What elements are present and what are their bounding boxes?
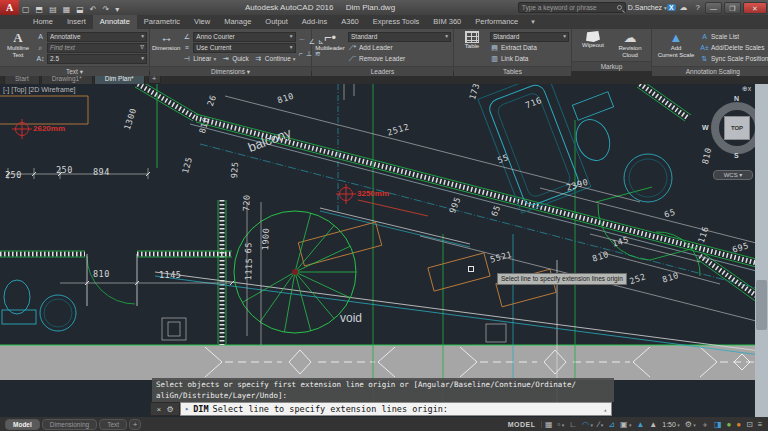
viewport-controls[interactable]: [-][Top][2D Wireframe] [3,86,77,93]
viewcube-west[interactable]: W [702,124,709,131]
viewport-visual-style-control[interactable]: [2D Wireframe] [28,86,75,93]
new-file-icon[interactable]: ▢ [19,5,33,14]
find-text-input[interactable]: Find text∇ [47,43,147,53]
text-height-dropdown[interactable]: 2.5▾ [47,54,147,64]
close-button[interactable]: ✕ [743,2,767,14]
dimension-button[interactable]: ↔ Dimension [152,30,180,65]
dimension-tool-icon[interactable]: ⌐ [299,50,303,58]
ribbon-tab-bim-360[interactable]: BIM 360 [426,15,468,29]
isolate-objects-icon[interactable]: ● [724,420,734,429]
model-space-label[interactable]: MODEL [502,421,543,428]
wipeout-button[interactable]: Wipeout [577,30,609,60]
object-snap-tracking-icon[interactable]: ⊿ [606,420,618,429]
workspace-icon[interactable]: ⚙ ▾ [682,420,698,429]
annotation-monitor-icon[interactable]: ＋ [698,419,711,430]
revision-cloud-button[interactable]: ☁ Revision Cloud [614,30,646,60]
redo-icon[interactable]: ↷ [100,5,113,14]
save-as-icon[interactable]: ▦ [60,5,74,14]
annotation-visibility-icon[interactable]: ▲ [634,420,647,429]
exchange-apps-icon[interactable]: X [667,4,676,11]
scrollbar-thumb[interactable] [756,280,767,330]
isometric-drafting-icon[interactable]: ∕ ▾ [596,420,606,429]
text-style-dropdown[interactable]: Annotative▾ [47,32,147,42]
linear-dim-button[interactable]: ⊣ Linear▾ [182,55,216,63]
dim-layer-dropdown[interactable]: Use Current▾ [193,43,295,53]
add-leader-button[interactable]: Add Leader [359,44,393,51]
leader-style-dropdown[interactable]: Standard▾ [348,32,451,42]
object-snap-icon[interactable]: ▣ ▾ [617,420,633,429]
viewcube-north[interactable]: N [734,95,739,102]
graphics-performance-icon[interactable]: ● [734,420,744,429]
panel-title-leaders[interactable]: Leaders [312,66,453,76]
remove-leader-button[interactable]: Remove Leader [359,55,405,62]
viewcube-top-face[interactable]: TOP [724,116,750,140]
clean-screen-icon[interactable]: ⊡ [744,420,756,429]
table-button[interactable]: Table [456,30,488,65]
ribbon-tab-home[interactable]: Home [26,15,60,29]
dim-style-dropdown[interactable]: Anno Courier▾ [193,32,295,42]
ribbon-display-toggle[interactable]: ▾ [531,15,535,29]
minimize-button[interactable]: — [705,2,722,14]
help-button[interactable]: ? [692,3,704,12]
ribbon-tab-express-tools[interactable]: Express Tools [366,15,427,29]
maximize-button[interactable]: ❐ [724,2,741,14]
undo-icon[interactable]: ↶ [87,5,100,14]
command-customize-icon[interactable]: ⚙ [166,405,173,414]
ribbon-tab-manage[interactable]: Manage [217,15,258,29]
layout-tab-model[interactable]: Model [5,419,40,430]
viewcube-south[interactable]: S [734,152,739,159]
multiline-text-button[interactable]: A Multiline Text [2,30,34,65]
annotation-scale-icon[interactable]: 1:50 ▾ [660,420,683,429]
command-expand-icon[interactable]: ▴ [603,406,607,413]
command-close-icon[interactable]: × [156,405,161,414]
quick-properties-icon[interactable]: ◨ [711,420,724,429]
new-layout-button[interactable]: + [129,419,141,430]
dimension-tool-icon[interactable]: ⌒ [299,38,306,48]
cloud-icon[interactable]: ☁ [676,3,692,12]
ortho-icon[interactable]: ∟ [567,420,580,429]
ribbon-tab-add-ins[interactable]: Add-ins [295,15,334,29]
command-input[interactable]: ▸ DIM Select line to specify extension l… [180,402,612,416]
viewport-view-control[interactable]: [Top] [11,86,26,93]
ribbon-tab-insert[interactable]: Insert [60,15,93,29]
dimension-tool-icon[interactable]: ⊥ [306,50,312,58]
qat-customize-icon[interactable]: ▾ [112,5,122,14]
polar-tracking-icon[interactable]: ◠ ▾ [580,420,596,429]
add-delete-scales-button[interactable]: Add/Delete Scales [711,44,764,51]
panel-title-text[interactable]: Text ▾ [0,66,149,76]
drawing-canvas[interactable]: [-][Top][2D Wireframe] balcony void Sele… [0,84,768,417]
grid-icon[interactable]: ▦ [542,420,555,429]
multileader-button[interactable]: ⌐• Multileader [314,30,346,65]
panel-title-tables[interactable]: Tables [454,66,571,76]
sync-scale-positions-button[interactable]: Sync Scale Positions [711,55,768,62]
layout-tab-text[interactable]: Text [99,419,127,430]
autoscale-icon[interactable]: ▲ [647,420,660,429]
ribbon-tab-parametric[interactable]: Parametric [137,15,187,29]
scale-list-button[interactable]: Scale List [711,33,739,40]
ribbon-tab-annotate[interactable]: Annotate [93,15,137,29]
ribbon-tab-view[interactable]: View [187,15,217,29]
help-search-input[interactable]: Type a keyword or phrase [518,2,626,13]
open-file-icon[interactable]: ⬒ [33,5,47,14]
layout-tab-dimensioning[interactable]: Dimensioning [42,419,97,430]
continue-dim-button[interactable]: ⇉ Continue▾ [254,55,296,63]
command-bar[interactable]: × ⚙ ▸ DIM Select line to specify extensi… [150,402,612,416]
snap-mode-icon[interactable]: ▫ ▾ [555,420,567,429]
panel-title-dimensions[interactable]: Dimensions ▾ [150,66,311,76]
extract-data-button[interactable]: Extract Data [501,44,537,51]
ribbon-tab-a360[interactable]: A360 [334,15,366,29]
plot-icon[interactable]: ⬓ [73,5,87,14]
viewport-minus-control[interactable]: [-] [3,86,9,93]
autocad-logo-icon[interactable]: A [0,0,19,15]
signin-user-button[interactable]: D.Sanchez [626,4,664,11]
save-icon[interactable]: ▤ [46,5,60,14]
customize-icon[interactable]: ≡ [755,420,765,429]
ribbon-tab-performance[interactable]: Performance [468,15,525,29]
vertical-scrollbar[interactable] [755,84,768,417]
wcs-dropdown[interactable]: WCS ▾ [713,170,753,180]
table-style-dropdown[interactable]: Standard▾ [490,32,569,42]
link-data-button[interactable]: Link Data [501,55,528,62]
ribbon-tab-output[interactable]: Output [258,15,295,29]
quick-dim-button[interactable]: ⇥ Quick [221,55,249,63]
add-current-scale-button[interactable]: ▲ Add Current Scale [654,30,698,65]
